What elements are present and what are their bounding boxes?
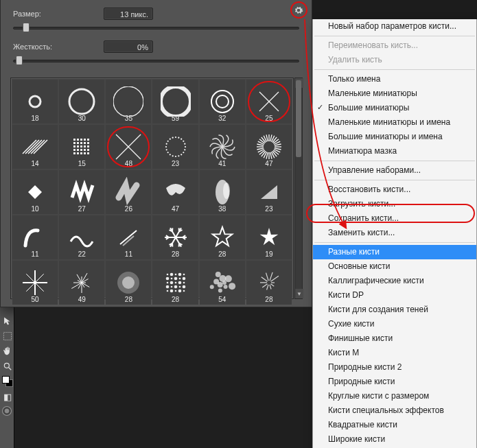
brush-thumbnail[interactable]: 19 <box>246 215 292 259</box>
svg-rect-24 <box>84 149 86 151</box>
menu-item[interactable]: Квадратные кисти <box>313 418 476 432</box>
svg-line-57 <box>270 152 272 159</box>
menu-item[interactable]: Маленькие миниатюры <box>313 86 476 101</box>
brush-thumbnail[interactable]: 59 <box>152 80 198 123</box>
menu-item[interactable]: Природные кисти <box>313 375 476 389</box>
brush-thumbnail[interactable]: 25 <box>246 80 292 123</box>
brush-size-label: 23 <box>152 160 198 167</box>
menu-item[interactable]: Сухие кисти <box>313 317 476 331</box>
menu-item[interactable]: Кисти DP <box>313 288 476 303</box>
brush-preview-icon <box>254 86 284 117</box>
menu-item[interactable]: Природные кисти 2 <box>313 360 476 375</box>
brush-size-label: 28 <box>246 296 292 303</box>
svg-point-124 <box>178 273 181 276</box>
svg-point-139 <box>178 286 181 288</box>
svg-point-48 <box>181 139 182 140</box>
brush-thumbnail[interactable]: 35 <box>106 80 151 123</box>
menu-item[interactable]: Круглые кисти с размером <box>313 389 476 403</box>
brush-thumbnail[interactable]: 23 <box>246 170 292 214</box>
brush-thumbnail[interactable]: 11 <box>12 215 58 259</box>
brush-thumbnail[interactable]: 28 <box>246 261 292 305</box>
brush-thumbnail[interactable]: 11 <box>106 215 151 259</box>
svg-line-163 <box>266 273 268 281</box>
svg-rect-7 <box>77 139 79 141</box>
menu-item[interactable]: Миниатюра мазка <box>313 144 476 158</box>
brush-thumbnail[interactable]: 18 <box>12 80 58 123</box>
gear-menu-button[interactable] <box>291 3 306 18</box>
brush-thumbnail[interactable]: 47 <box>152 170 198 214</box>
brush-thumbnail[interactable]: 28 <box>200 215 245 259</box>
brush-thumbnail[interactable]: 10 <box>12 170 58 214</box>
menu-item[interactable]: Только имена <box>313 72 476 86</box>
scroll-thumb[interactable] <box>296 80 301 157</box>
svg-rect-30 <box>87 152 89 154</box>
brush-thumbnail[interactable]: 47 <box>246 125 292 169</box>
brush-preview-icon <box>161 268 191 298</box>
menu-item[interactable]: Загрузить кисти... <box>313 197 476 211</box>
svg-line-66 <box>257 144 264 145</box>
svg-rect-17 <box>77 145 79 148</box>
brush-thumbnail[interactable]: 22 <box>59 215 104 259</box>
svg-point-2 <box>113 86 143 117</box>
menu-item[interactable]: Восстановить кисти... <box>313 182 476 197</box>
size-slider[interactable] <box>13 23 299 33</box>
grid-scrollbar[interactable]: ▲ ▼ <box>294 78 303 299</box>
brush-size-label: 35 <box>106 115 151 122</box>
brush-thumbnail[interactable]: 28 <box>152 215 198 259</box>
brush-size-label: 48 <box>106 160 151 167</box>
menu-item[interactable]: Новый набор параметров кисти... <box>313 19 476 34</box>
menu-item[interactable]: Основные кисти <box>313 259 476 274</box>
menu-item[interactable]: Заменить кисти... <box>313 226 476 240</box>
svg-point-123 <box>174 274 176 276</box>
menu-item[interactable]: Большие миниатюры и имена <box>313 130 476 144</box>
brush-thumbnail[interactable]: 27 <box>59 170 104 214</box>
hardness-slider[interactable] <box>13 56 299 66</box>
swatches[interactable] <box>2 376 13 387</box>
menu-separator <box>314 180 475 180</box>
brush-preview-icon <box>207 222 237 252</box>
svg-line-158 <box>270 285 271 290</box>
hardness-value-input[interactable]: 0% <box>104 40 153 53</box>
brush-thumbnail[interactable]: 23 <box>152 125 198 169</box>
menu-item[interactable]: Большие миниатюры <box>313 101 476 115</box>
menu-item[interactable]: Разные кисти <box>313 245 476 259</box>
svg-point-143 <box>174 290 176 292</box>
canvas-area[interactable] <box>14 307 312 448</box>
brush-thumbnail[interactable]: 41 <box>200 125 245 169</box>
svg-point-36 <box>174 156 176 157</box>
brush-thumbnail[interactable]: 49 <box>59 261 104 305</box>
menu-item[interactable]: Кисти для создания теней <box>313 303 476 317</box>
brush-size-label: 28 <box>152 250 198 258</box>
size-value-input[interactable]: 13 пикс. <box>104 8 153 20</box>
brush-thumbnail[interactable]: 54 <box>200 261 245 305</box>
brush-thumbnail[interactable]: 28 <box>152 261 198 305</box>
zoom-tool[interactable] <box>2 361 13 372</box>
brush-thumbnail[interactable]: 14 <box>12 125 58 169</box>
menu-item[interactable]: Финишные кисти <box>313 331 476 346</box>
marquee-tool[interactable] <box>2 331 13 342</box>
move-tool[interactable] <box>2 316 13 327</box>
menu-item[interactable]: Управление наборами... <box>313 163 476 178</box>
menu-item[interactable]: Широкие кисти <box>313 432 476 447</box>
menu-item[interactable]: Кисти специальных эффектов <box>313 403 476 418</box>
brush-thumbnail[interactable]: 26 <box>106 170 151 214</box>
scroll-down-button[interactable]: ▼ <box>295 289 303 298</box>
hand-tool[interactable] <box>2 346 13 357</box>
brush-thumbnail[interactable]: 28 <box>106 261 151 305</box>
brush-thumbnail[interactable]: 48 <box>106 125 151 169</box>
brush-thumbnail[interactable]: 50 <box>12 261 58 305</box>
svg-point-152 <box>218 289 222 293</box>
menu-item[interactable]: Сохранить кисти... <box>313 211 476 226</box>
svg-rect-11 <box>73 142 75 144</box>
size-label: Размер: <box>13 10 104 18</box>
brush-thumbnail[interactable]: 15 <box>59 125 104 169</box>
brush-thumbnail[interactable]: 32 <box>200 80 245 123</box>
brush-thumbnail[interactable]: 30 <box>59 80 104 123</box>
svg-point-33 <box>183 152 184 153</box>
brush-preview-icon <box>113 177 143 207</box>
brush-thumbnail[interactable]: 38 <box>200 170 245 214</box>
menu-item[interactable]: Кисти M <box>313 346 476 360</box>
menu-item[interactable]: Каллиграфические кисти <box>313 274 476 288</box>
menu-item[interactable]: Маленькие миниатюры и имена <box>313 115 476 130</box>
quick-mask-toggle[interactable] <box>2 406 12 416</box>
